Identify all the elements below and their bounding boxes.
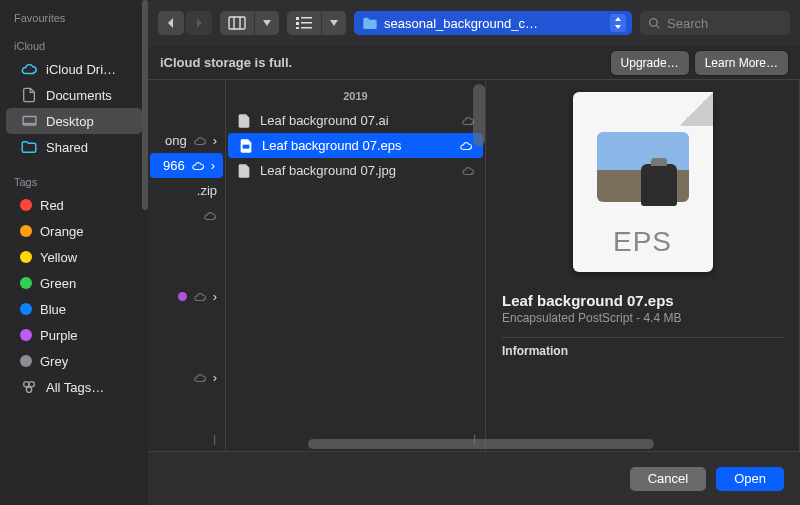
sidebar-item-shared[interactable]: Shared bbox=[6, 134, 142, 160]
learn-more-button[interactable]: Learn More… bbox=[695, 51, 788, 75]
sidebar-item-label: Blue bbox=[40, 302, 66, 317]
sidebar-item-label: Desktop bbox=[46, 114, 94, 129]
sidebar: Favourites iCloud iCloud Dri… Documents … bbox=[0, 0, 148, 505]
svg-rect-8 bbox=[301, 17, 312, 19]
file-ai-icon bbox=[236, 113, 252, 129]
path-label: seasonal_background_c… bbox=[384, 16, 604, 31]
updown-icon bbox=[610, 14, 626, 32]
cloud-status-icon bbox=[193, 371, 207, 385]
preview-subtitle: Encapsulated PostScript - 4.4 MB bbox=[502, 311, 783, 325]
list-item[interactable]: .zip bbox=[148, 178, 225, 203]
search-icon bbox=[648, 17, 661, 30]
sidebar-item-documents[interactable]: Documents bbox=[6, 82, 142, 108]
section-tags: Tags bbox=[0, 172, 148, 192]
view-mode-control[interactable] bbox=[220, 11, 279, 35]
tag-dot-icon bbox=[20, 225, 32, 237]
svg-point-11 bbox=[650, 18, 658, 26]
list-item[interactable]: 966› bbox=[150, 153, 223, 178]
notice-message: iCloud storage is full. bbox=[160, 55, 605, 70]
tag-indicator-icon bbox=[178, 292, 187, 301]
cloud-status-icon bbox=[461, 114, 475, 128]
cloud-icon bbox=[20, 60, 38, 78]
svg-rect-10 bbox=[301, 27, 312, 29]
search-placeholder: Search bbox=[667, 16, 708, 31]
forward-button[interactable] bbox=[186, 11, 212, 35]
sidebar-item-tag-green[interactable]: Green bbox=[6, 270, 142, 296]
file-name: Leaf background 07.jpg bbox=[260, 163, 453, 178]
desktop-icon bbox=[20, 112, 38, 130]
file-name: Leaf background 07.ai bbox=[260, 113, 453, 128]
file-name: 966 bbox=[163, 158, 185, 173]
svg-rect-4 bbox=[229, 17, 245, 29]
view-chevron-icon[interactable] bbox=[254, 11, 279, 35]
sidebar-item-label: Yellow bbox=[40, 250, 77, 265]
storage-notice: iCloud storage is full. Upgrade… Learn M… bbox=[148, 46, 800, 80]
file-eps-icon bbox=[238, 138, 254, 154]
sidebar-item-label: Green bbox=[40, 276, 76, 291]
column-resize-handle[interactable]: || bbox=[213, 434, 223, 445]
sidebar-item-label: iCloud Dri… bbox=[46, 62, 116, 77]
chevron-right-icon: › bbox=[213, 370, 217, 385]
sidebar-item-label: All Tags… bbox=[46, 380, 104, 395]
tag-dot-icon bbox=[20, 355, 32, 367]
preview-thumbnail: EPS bbox=[573, 92, 713, 272]
sidebar-item-label: Grey bbox=[40, 354, 68, 369]
path-popup[interactable]: seasonal_background_c… bbox=[354, 11, 632, 35]
list-item[interactable]: › bbox=[148, 365, 225, 390]
group-icon[interactable] bbox=[287, 11, 321, 35]
sidebar-item-desktop[interactable]: Desktop bbox=[6, 108, 142, 134]
preview-badge: EPS bbox=[573, 226, 713, 258]
sidebar-item-tag-grey[interactable]: Grey bbox=[6, 348, 142, 374]
sidebar-item-tag-blue[interactable]: Blue bbox=[6, 296, 142, 322]
cloud-status-icon bbox=[461, 164, 475, 178]
open-button[interactable]: Open bbox=[716, 467, 784, 491]
file-name: ong bbox=[165, 133, 187, 148]
toolbar: seasonal_background_c… Search bbox=[148, 0, 800, 46]
group-control[interactable] bbox=[287, 11, 346, 35]
svg-point-1 bbox=[24, 382, 29, 387]
upgrade-button[interactable]: Upgrade… bbox=[611, 51, 689, 75]
tag-dot-icon bbox=[20, 303, 32, 315]
section-icloud: iCloud bbox=[0, 36, 148, 56]
horizontal-scrollbar[interactable] bbox=[308, 439, 788, 451]
preview-column: EPS Leaf background 07.eps Encapsulated … bbox=[486, 80, 800, 451]
section-favourites: Favourites bbox=[0, 8, 148, 28]
svg-point-2 bbox=[29, 382, 34, 387]
list-item[interactable]: Leaf background 07.eps bbox=[228, 133, 483, 158]
list-item[interactable]: Leaf background 07.ai bbox=[226, 108, 485, 133]
sidebar-item-tag-purple[interactable]: Purple bbox=[6, 322, 142, 348]
all-tags-icon bbox=[20, 378, 38, 396]
list-item[interactable]: Leaf background 07.jpg bbox=[226, 158, 485, 183]
sidebar-item-label: Documents bbox=[46, 88, 112, 103]
file-jpg-icon bbox=[236, 163, 252, 179]
chevron-right-icon: › bbox=[213, 289, 217, 304]
info-section-header: Information bbox=[502, 337, 783, 358]
group-chevron-icon[interactable] bbox=[321, 11, 346, 35]
svg-rect-5 bbox=[296, 17, 299, 20]
svg-rect-6 bbox=[296, 22, 299, 25]
tag-dot-icon bbox=[20, 251, 32, 263]
tag-dot-icon bbox=[20, 199, 32, 211]
svg-rect-7 bbox=[296, 27, 299, 29]
back-button[interactable] bbox=[158, 11, 184, 35]
list-item[interactable] bbox=[148, 203, 225, 228]
sidebar-item-tag-yellow[interactable]: Yellow bbox=[6, 244, 142, 270]
svg-rect-12 bbox=[243, 144, 250, 148]
list-item[interactable]: › bbox=[148, 284, 225, 309]
cancel-button[interactable]: Cancel bbox=[630, 467, 706, 491]
shared-folder-icon bbox=[20, 138, 38, 156]
cloud-status-icon bbox=[191, 159, 205, 173]
sidebar-item-icloud-drive[interactable]: iCloud Dri… bbox=[6, 56, 142, 82]
date-group-header: 2019 bbox=[226, 80, 485, 108]
document-icon bbox=[20, 86, 38, 104]
sidebar-item-tag-orange[interactable]: Orange bbox=[6, 218, 142, 244]
columns-view-icon[interactable] bbox=[220, 11, 254, 35]
sidebar-item-tag-red[interactable]: Red bbox=[6, 192, 142, 218]
sidebar-item-all-tags[interactable]: All Tags… bbox=[6, 374, 142, 400]
column-browser: ong› 966› .zip › › || 2019 Leaf backgrou… bbox=[148, 80, 800, 451]
sidebar-item-label: Orange bbox=[40, 224, 83, 239]
list-item[interactable]: ong› bbox=[148, 128, 225, 153]
dialog-footer: Cancel Open bbox=[148, 451, 800, 505]
search-field[interactable]: Search bbox=[640, 11, 790, 35]
column-0: ong› 966› .zip › › || bbox=[148, 80, 226, 451]
